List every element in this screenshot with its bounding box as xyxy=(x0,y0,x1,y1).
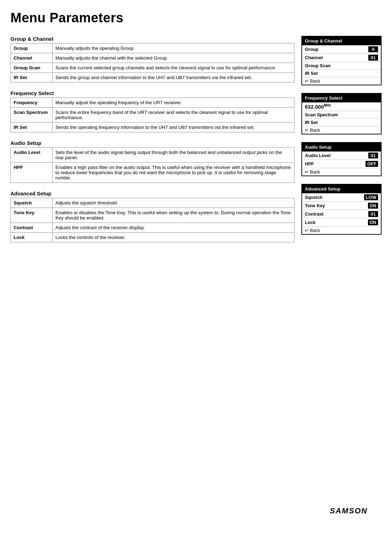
panel-advanced-setup: Advanced Setup Squelch LOW Tone Key ON C… xyxy=(301,184,382,235)
panel-row: Group A xyxy=(302,45,381,54)
panel-row-value: 01 xyxy=(368,55,378,61)
panel-row: Squelch LOW xyxy=(302,193,381,202)
panel-row-label: Squelch xyxy=(305,195,323,200)
panel-row: HPF OFF xyxy=(302,160,381,168)
param-label: Group Scan xyxy=(11,63,53,73)
left-content: Group & Channel Group Manually adjusts t… xyxy=(10,36,301,244)
back-label: ↵ Back xyxy=(305,169,320,174)
panel-header-advanced-setup: Advanced Setup xyxy=(302,185,381,193)
table-row: Group Scan Scans the current selected gr… xyxy=(11,63,294,73)
table-row: Channel Manually adjusts the channel wit… xyxy=(11,53,294,63)
param-description: Scans the current selected group channel… xyxy=(53,63,294,73)
panel-freq-display-row: 632.000MHz xyxy=(302,102,381,111)
panel-row-value: 01 xyxy=(368,211,378,217)
param-label: Scan Spectrum xyxy=(11,108,53,123)
panel-row-label: Group Scan xyxy=(305,63,331,68)
table-row: HPF Enables a high pass filter on the au… xyxy=(11,163,294,183)
panel-header-frequency-select: Frequency Select xyxy=(302,94,381,102)
panel-row-label: Group xyxy=(305,47,318,52)
section-title-advanced-setup: Advanced Setup xyxy=(10,191,294,196)
panel-row: Scan Spectrum xyxy=(302,111,381,119)
right-panels: Group & Channel Group A Channel 01 Group… xyxy=(301,36,382,244)
table-row: Scan Spectrum Scans the entire frequency… xyxy=(11,108,294,123)
param-label: Squelch xyxy=(11,198,53,208)
panel-row-back: ↵ Back xyxy=(302,168,381,176)
param-description: Manually adjusts the operating Group xyxy=(53,44,294,53)
panel-freq-value: 632.000MHz xyxy=(305,103,331,110)
panel-row: Tone Key ON xyxy=(302,202,381,210)
param-description: Locks the controls of the receiver. xyxy=(53,233,294,242)
param-description: Sends the group and channel information … xyxy=(53,73,294,83)
table-row: Lock Locks the controls of the receiver. xyxy=(11,233,294,242)
panel-frequency-select: Frequency Select 632.000MHz Scan Spectru… xyxy=(301,93,382,134)
panel-row: IR Set xyxy=(302,70,381,77)
panel-row-value: 01 xyxy=(368,153,378,158)
back-label: ↵ Back xyxy=(305,127,320,133)
panel-row-value: OFF xyxy=(366,161,378,167)
back-label: ↵ Back xyxy=(305,228,320,233)
param-description: Sends the operating frequency informatio… xyxy=(53,123,294,132)
param-description: Sets the level of the audio signal being… xyxy=(53,148,294,163)
table-row: IR Set Sends the group and channel infor… xyxy=(11,73,294,83)
panel-row-value: A xyxy=(368,46,378,52)
param-label: Tone Key xyxy=(11,208,53,223)
param-label: IR Set xyxy=(11,123,53,132)
param-label: Lock xyxy=(11,233,53,242)
param-description: Enables a high pass filter on the audio … xyxy=(53,163,294,183)
panel-row-label: HPF xyxy=(305,161,314,166)
panel-header-audio-setup: Audio Setup xyxy=(302,143,381,152)
param-label: Contrast xyxy=(11,223,53,233)
panel-row-label: Channel xyxy=(305,55,323,60)
param-label: Group xyxy=(11,44,53,53)
panel-row: Group Scan xyxy=(302,62,381,70)
freq-number: 632.000 xyxy=(305,104,324,110)
table-row: Squelch Adjusts the squelch threshold xyxy=(11,198,294,208)
panel-row: Lock ON xyxy=(302,218,381,227)
table-row: Frequency Manually adjust the operating … xyxy=(11,98,294,108)
panel-header-group-channel: Group & Channel xyxy=(302,37,381,45)
table-advanced-setup: Squelch Adjusts the squelch threshold To… xyxy=(10,198,294,242)
param-label: HPF xyxy=(11,163,53,183)
param-label: IR Set xyxy=(11,73,53,83)
panel-row-label: Audio Level xyxy=(305,153,331,158)
brand-footer: SAMSON xyxy=(330,506,368,515)
panel-row-back: ↵ Back xyxy=(302,227,381,234)
panel-row: Channel 01 xyxy=(302,54,381,62)
panel-row-label: Tone Key xyxy=(305,203,325,208)
back-label: ↵ Back xyxy=(305,78,320,84)
param-description: Scans the entire frequency band of the U… xyxy=(53,108,294,123)
param-description: Adjusts the squelch threshold xyxy=(53,198,294,208)
table-row: Audio Level Sets the level of the audio … xyxy=(11,148,294,163)
param-description: Adjusts the contrast of the receiver dis… xyxy=(53,223,294,233)
panel-row-label: IR Set xyxy=(305,71,318,76)
panel-row-label: Contrast xyxy=(305,211,323,217)
panel-row-back: ↵ Back xyxy=(302,77,381,85)
panel-row-label: Lock xyxy=(305,220,315,225)
section-title-group-channel: Group & Channel xyxy=(10,36,294,42)
panel-row-value: ON xyxy=(368,203,378,209)
table-group-channel: Group Manually adjusts the operating Gro… xyxy=(10,43,294,83)
table-row: Group Manually adjusts the operating Gro… xyxy=(11,44,294,53)
panel-row-label: IR Set xyxy=(305,120,318,125)
panel-row-label: Scan Spectrum xyxy=(305,112,338,117)
param-description: Manually adjusts the channel with the se… xyxy=(53,53,294,63)
param-label: Audio Level xyxy=(11,148,53,163)
param-description: Manually adjust the operating frequency … xyxy=(53,98,294,108)
panel-row: IR Set xyxy=(302,119,381,126)
panel-audio-setup: Audio Setup Audio Level 01 HPF OFF ↵ Bac… xyxy=(301,142,382,176)
table-row: IR Set Sends the operating frequency inf… xyxy=(11,123,294,132)
panel-row-back: ↵ Back xyxy=(302,126,381,134)
panel-row-value: LOW xyxy=(364,194,378,200)
page-content: Menu Parameters Group & Channel Group Ma… xyxy=(10,10,382,526)
table-frequency-select: Frequency Manually adjust the operating … xyxy=(10,98,294,132)
param-label: Frequency xyxy=(11,98,53,108)
page-title: Menu Parameters xyxy=(10,10,382,25)
main-layout: Group & Channel Group Manually adjusts t… xyxy=(10,36,382,244)
section-title-frequency-select: Frequency Select xyxy=(10,90,294,96)
table-audio-setup: Audio Level Sets the level of the audio … xyxy=(10,147,294,183)
panel-row-value: ON xyxy=(368,219,378,225)
table-row: Contrast Adjusts the contrast of the rec… xyxy=(11,223,294,233)
panel-row: Audio Level 01 xyxy=(302,152,381,160)
param-label: Channel xyxy=(11,53,53,63)
param-description: Enables or disables the Tone Key. This i… xyxy=(53,208,294,223)
